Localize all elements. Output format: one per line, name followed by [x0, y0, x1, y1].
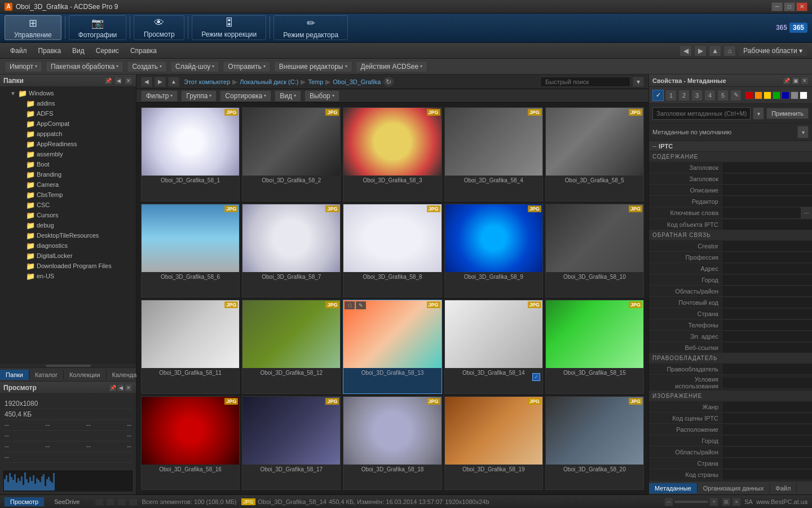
right-tab-metadata[interactable]: Метаданные — [649, 483, 698, 493]
filter-button[interactable]: Фильтр ▾ — [141, 90, 178, 102]
acdsee-actions-button[interactable]: Действия ACDSee ▾ — [356, 61, 428, 72]
meta-value[interactable] — [722, 458, 812, 468]
path-up-button[interactable]: ▲ — [168, 77, 179, 87]
nav-back-button[interactable]: ◀ — [679, 45, 692, 56]
tree-item-en-us[interactable]: 📁 en-US — [0, 271, 136, 281]
external-editors-button[interactable]: Внешние редакторы ▾ — [274, 61, 352, 72]
thumbnail-item-11[interactable]: JPGOboi_3D_Grafika_58_11 — [141, 300, 240, 394]
path-computer[interactable]: Этот компьютер — [184, 78, 230, 85]
thumbnail-item-15[interactable]: JPGOboi_3D_Grafika_58_15 — [545, 300, 644, 394]
meta-num3-button[interactable]: 3 — [691, 90, 703, 101]
path-current[interactable]: Oboi_3D_Grafika — [333, 78, 381, 85]
tree-item-digitallocker[interactable]: 📁 DigitalLocker — [0, 251, 136, 261]
correction-button[interactable]: 🎛 Режим коррекции — [192, 15, 266, 40]
meta-value[interactable] — [722, 343, 812, 353]
right-panel-float-button[interactable]: ▣ — [792, 77, 800, 85]
tree-item-debug[interactable]: 📁 debug — [0, 220, 136, 230]
slideshow-button[interactable]: Слайд-шоу ▾ — [170, 61, 219, 72]
meta-value[interactable] — [722, 286, 812, 296]
search-dropdown-button[interactable]: ▾ — [633, 77, 644, 87]
meta-value[interactable] — [722, 470, 812, 480]
meta-value[interactable] — [722, 264, 812, 274]
tree-item-apppatch[interactable]: 📁 apppatch — [0, 129, 136, 139]
meta-value[interactable] — [722, 241, 812, 251]
path-back-button[interactable]: ◀ — [141, 77, 152, 87]
minimize-button[interactable]: ─ — [771, 2, 783, 11]
meta-value[interactable] — [722, 309, 812, 319]
meta-value[interactable] — [722, 163, 812, 173]
meta-value[interactable] — [722, 220, 812, 230]
meta-color-red[interactable] — [745, 91, 753, 99]
meta-value[interactable] — [722, 447, 812, 457]
thumbnail-item-13[interactable]: JPG□✎Oboi_3D_Grafika_58_13 — [343, 300, 442, 394]
tab-catalog[interactable]: Каталог — [29, 370, 64, 380]
create-button[interactable]: Создать ▾ — [127, 61, 167, 72]
thumbnail-item-6[interactable]: JPGOboi_3D_Grafika_58_6 — [141, 204, 240, 298]
batch-button[interactable]: Пакетная обработка ▾ — [46, 61, 123, 72]
meta-value[interactable] — [722, 320, 812, 330]
workspace-dropdown[interactable]: Рабочие области ▾ — [738, 45, 807, 56]
tab-folders[interactable]: Папки — [0, 370, 29, 380]
meta-checkmark-button[interactable]: ✓ — [652, 90, 664, 101]
tree-item-windows[interactable]: ▼ 📁 Windows — [0, 88, 136, 98]
thumbnail-item-9[interactable]: JPGOboi_3D_Grafika_58_9 — [444, 204, 543, 298]
thumbnail-item-20[interactable]: JPGOboi_3D_Grafika_58_20 — [545, 396, 644, 491]
meta-input-dropdown-button[interactable]: ▾ — [753, 107, 764, 120]
meta-value[interactable] — [722, 378, 812, 388]
meta-value[interactable] — [722, 174, 812, 184]
meta-value[interactable] — [722, 252, 812, 262]
view-dropdown-button[interactable]: Вид ▾ — [275, 90, 301, 102]
select-button[interactable]: Выбор ▾ — [304, 90, 339, 102]
meta-value[interactable] — [722, 402, 812, 412]
path-temp[interactable]: Temp — [308, 78, 323, 85]
thumbnail-item-4[interactable]: JPGOboi_3D_Grafika_58_4 — [444, 107, 543, 202]
thumbnail-item-19[interactable]: JPGOboi_3D_Grafika_58_19 — [444, 396, 543, 491]
editor-button[interactable]: ✏ Режим редактора — [273, 15, 348, 40]
iptc-section-header[interactable]: ─ IPTC — [649, 141, 812, 152]
nav-forward-button[interactable]: ▶ — [694, 45, 707, 56]
keywords-edit-button[interactable]: ··· — [801, 207, 812, 218]
tab-collections[interactable]: Коллекции — [64, 370, 107, 380]
preview-close-button[interactable]: ✕ — [125, 384, 133, 392]
thumbnail-item-5[interactable]: JPGOboi_3D_Grafika_58_5 — [545, 107, 644, 202]
menu-service[interactable]: Сервис — [90, 45, 125, 57]
meta-edit-button[interactable]: ✎ — [730, 90, 742, 101]
meta-color-blue[interactable] — [782, 91, 789, 99]
window-controls[interactable]: ─ □ ✕ — [771, 2, 807, 11]
image-grid[interactable]: JPGOboi_3D_Grafika_58_1JPGOboi_3D_Grafik… — [136, 103, 648, 494]
thumbnail-item-3[interactable]: JPGOboi_3D_Grafika_58_3 — [343, 107, 442, 202]
right-tab-org-data[interactable]: Организация данных — [698, 483, 770, 493]
meta-num5-button[interactable]: 5 — [717, 90, 729, 101]
folder-tree[interactable]: ▼ 📁 Windows 📁 addins 📁 ADFS 📁 AppCompat — [0, 87, 136, 363]
folders-pin-button[interactable]: 📌 — [104, 77, 112, 85]
menu-file[interactable]: Файл — [5, 45, 33, 57]
tree-item-csc[interactable]: 📁 CSC — [0, 200, 136, 210]
maximize-button[interactable]: □ — [784, 2, 795, 11]
meta-value[interactable] — [722, 208, 801, 218]
meta-color-green[interactable] — [773, 91, 780, 99]
status-detail-view-button[interactable]: ≡ — [732, 497, 741, 506]
tree-item-adfs[interactable]: 📁 ADFS — [0, 108, 136, 119]
thumbnail-item-16[interactable]: JPGOboi_3D_Grafika_58_16 — [141, 396, 240, 491]
status-thumbnail-view-button[interactable]: ⊞ — [722, 497, 731, 506]
meta-value[interactable] — [722, 185, 812, 195]
search-input[interactable] — [540, 77, 630, 87]
tree-item-boot[interactable]: 📁 Boot — [0, 159, 136, 169]
meta-value[interactable] — [722, 413, 812, 423]
folders-collapse-button[interactable]: ◀ — [114, 77, 122, 85]
right-panel-pin-button[interactable]: 📌 — [783, 77, 791, 85]
right-tab-file[interactable]: Файл — [770, 483, 797, 493]
thumbnail-item-10[interactable]: JPGOboi_3D_Grafika_58_10 — [545, 204, 644, 298]
tree-item-cbstemp[interactable]: 📁 CbsTemp — [0, 190, 136, 200]
thumbnail-item-18[interactable]: JPGOboi_3D_Grafika_58_18 — [343, 396, 442, 491]
thumbnail-item-8[interactable]: JPGOboi_3D_Grafika_58_8 — [343, 204, 442, 298]
tree-item-addins[interactable]: 📁 addins — [0, 98, 136, 108]
nav-home-button[interactable]: ⌂ — [723, 45, 736, 56]
tree-item-diagnostics[interactable]: 📁 diagnostics — [0, 240, 136, 251]
metadata-type-dropdown-button[interactable]: ▾ — [797, 126, 809, 138]
meta-color-yellow[interactable] — [764, 91, 771, 99]
nav-up-button[interactable]: ▲ — [709, 45, 721, 56]
preview-pin-button[interactable]: 📌 — [109, 384, 117, 392]
status-zoom-slider[interactable] — [674, 501, 708, 503]
meta-value[interactable] — [722, 364, 812, 374]
